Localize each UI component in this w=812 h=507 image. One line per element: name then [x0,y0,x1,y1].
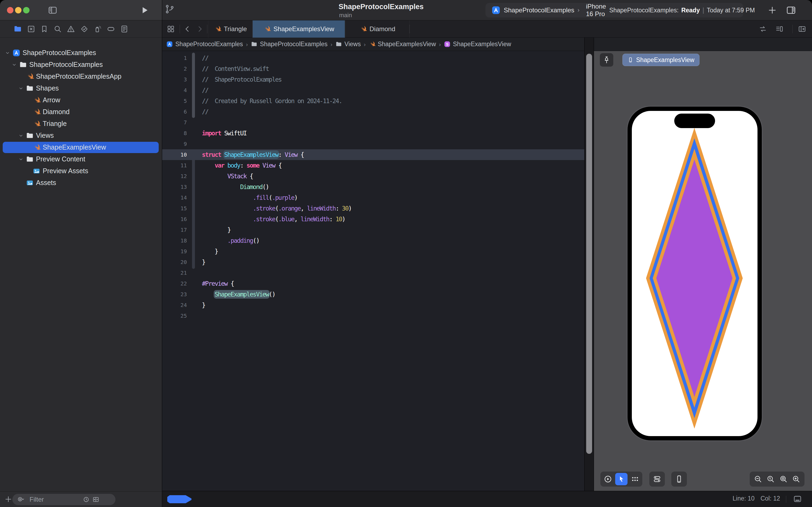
code-line-9[interactable]: 9 [162,138,584,149]
go-back-icon[interactable] [183,25,191,33]
navigator-rail-warning-icon[interactable] [67,25,75,33]
navigator-rail-check-diamond-icon[interactable] [80,25,89,33]
code-line-6[interactable]: 6// [162,106,584,117]
related-items-icon[interactable] [167,25,175,33]
sidebar-item-preview-content[interactable]: Preview Content [0,154,162,165]
sidebar-item-assets[interactable]: Assets [0,177,162,188]
navigator-rail-search-icon[interactable] [53,25,62,33]
sidebar-item-triangle[interactable]: Triangle [0,118,162,129]
code-line-4[interactable]: 4// [162,85,584,96]
scheme-status-capsule[interactable]: ShapeProtocolExamples › iPhone 16 Pro Sh… [485,3,743,17]
code-line-16[interactable]: 16 .stroke(.blue, lineWidth: 10) [162,214,584,225]
tab-shapeexamplesview[interactable]: ShapeExamplesView [252,20,345,38]
zoom-one-button[interactable] [766,475,775,484]
toggle-navigator-icon[interactable] [48,5,57,15]
run-destination[interactable]: iPhone 16 Pro [586,3,606,18]
breadcrumb-item[interactable]: ShapeExamplesView [369,41,436,48]
editor-options-icon[interactable] [775,25,784,33]
navigator-rail-spray-icon[interactable] [94,25,102,33]
code-line-19[interactable]: 19 } [162,246,584,257]
code-line-10[interactable]: 10struct ShapeExamplesView: View { [162,149,584,160]
breadcrumb-item[interactable]: ShapeProtocolExamples [251,41,328,48]
tab-triangle[interactable]: Triangle [208,20,252,38]
close-window-button[interactable] [7,7,13,13]
code-line-1[interactable]: 1// [162,53,584,63]
sidebar-item-label: Arrow [43,96,60,104]
filter-field[interactable] [12,494,115,505]
chevron-down-icon[interactable] [18,86,23,91]
sidebar-item-shapeexamplesview[interactable]: ShapeExamplesView [0,142,162,153]
sidebar-item-shapeprotocolexamples[interactable]: ShapeProtocolExamples [0,59,162,70]
minimize-window-button[interactable] [15,7,21,13]
code-line-2[interactable]: 2// ContentView.swift [162,63,584,74]
breakpoint-tag-icon[interactable] [167,495,191,503]
breadcrumb-item[interactable]: SShapeExamplesView [444,41,511,48]
iphone-screen[interactable] [632,111,757,436]
navigator-rail-bookmark-icon[interactable] [40,25,49,33]
scheme-name[interactable]: ShapeProtocolExamples [504,6,574,14]
run-button[interactable] [139,5,149,15]
folder-icon [19,61,27,69]
code-line-14[interactable]: 14 .fill(.purple) [162,192,584,203]
device-picker-button[interactable] [671,471,687,487]
preview-cursor-button[interactable] [615,473,628,485]
code-line-8[interactable]: 8import SwiftUI [162,128,584,138]
preview-play-circle-button[interactable] [603,475,612,484]
code-line-24[interactable]: 24} [162,300,584,311]
code-line-11[interactable]: 11 var body: some View { [162,160,584,171]
code-line-7[interactable]: 7 [162,117,584,128]
code-line-23[interactable]: 23 ShapeExamplesView() [162,289,584,300]
sidebar-item-diamond[interactable]: Diamond [0,106,162,118]
navigator-rail-report-icon[interactable] [120,25,129,33]
code-line-25[interactable]: 25 [162,311,584,321]
breadcrumb-item[interactable]: Views [335,41,361,48]
filter-options-icon[interactable] [15,496,26,503]
chevron-down-icon[interactable] [5,50,10,56]
recents-clock-icon[interactable] [83,496,90,503]
code-line-17[interactable]: 17 } [162,225,584,235]
code-line-18[interactable]: 18 .padding() [162,235,584,246]
tab-diamond[interactable]: Diamond [345,20,409,38]
breadcrumb-item[interactable]: ShapeProtocolExamples [166,41,243,48]
new-tab-button[interactable] [767,5,777,15]
zoom-window-button[interactable] [23,7,30,13]
zoom-out-button[interactable] [754,475,762,484]
navigator-rail-tag-icon[interactable] [107,25,115,33]
preview-grid-dots-button[interactable] [631,475,639,484]
add-file-button[interactable] [4,495,12,503]
sidebar-item-views[interactable]: Views [0,130,162,141]
preview-target-chip[interactable]: ShapeExamplesView [623,54,699,66]
filter-input[interactable] [29,496,80,504]
toggle-inspector-icon[interactable] [786,5,797,15]
add-editor-icon[interactable] [798,25,806,33]
sidebar-item-preview-assets[interactable]: Preview Assets [0,165,162,177]
go-forward-icon[interactable] [196,25,204,33]
navigator-rail-grid-x-icon[interactable] [27,25,36,33]
code-line-15[interactable]: 15 .stroke(.orange, lineWidth: 30) [162,203,584,214]
sidebar-item-shapeprotocolexamples[interactable]: ShapeProtocolExamples [0,47,162,59]
code-line-5[interactable]: 5// Created by Russell Gordon on 2024-11… [162,96,584,106]
sidebar-item-shapes[interactable]: Shapes [0,83,162,94]
code-line-21[interactable]: 21 [162,268,584,278]
sidebar-divider[interactable] [162,0,162,507]
pin-preview-button[interactable] [600,53,613,67]
chevron-down-icon[interactable] [11,62,17,67]
navigator-rail-folder-icon[interactable] [13,25,22,33]
sidebar-item-arrow[interactable]: Arrow [0,95,162,106]
swap-editor-icon[interactable] [759,25,767,33]
editor-scrollbar-thumb[interactable] [586,54,592,454]
code-line-12[interactable]: 12 VStack { [162,171,584,181]
code-line-22[interactable]: 22#Preview { [162,278,584,289]
device-settings-button[interactable] [649,471,665,487]
code-line-13[interactable]: 13 Diamond() [162,181,584,192]
sidebar-item-shapeprotocolexamplesapp[interactable]: ShapeProtocolExamplesApp [0,71,162,82]
chevron-down-icon[interactable] [18,157,23,162]
source-editor[interactable]: 1//2// ContentView.swift3// ShapeProtoco… [162,51,584,491]
toggle-bottom-bar-icon[interactable] [793,495,802,503]
source-control-filter-icon[interactable] [93,496,99,503]
zoom-in-button[interactable] [792,475,801,484]
code-line-20[interactable]: 20} [162,257,584,268]
zoom-fit-button[interactable] [779,475,788,484]
chevron-down-icon[interactable] [18,133,23,138]
code-line-3[interactable]: 3// ShapeProtocolExamples [162,74,584,85]
